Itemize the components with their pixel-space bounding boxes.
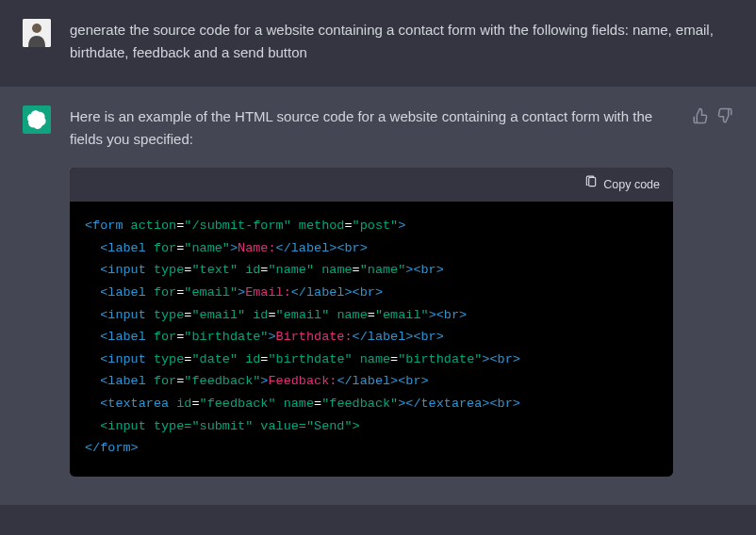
assistant-message-row: Here is an example of the HTML source co…	[0, 87, 756, 505]
thumbs-down-icon[interactable]	[716, 107, 733, 124]
copy-code-label: Copy code	[603, 175, 660, 194]
svg-point-1	[32, 24, 41, 33]
code-body[interactable]: <form action="/submit-form" method="post…	[70, 202, 673, 477]
user-message-row: generate the source code for a website c…	[0, 0, 756, 87]
code-block-header: Copy code	[70, 168, 673, 202]
assistant-avatar	[23, 105, 51, 134]
copy-code-button[interactable]: Copy code	[584, 175, 660, 194]
user-message-text: generate the source code for a website c…	[70, 19, 733, 64]
user-avatar	[23, 19, 51, 47]
svg-rect-2	[589, 177, 596, 186]
assistant-intro-text: Here is an example of the HTML source co…	[70, 105, 673, 151]
clipboard-icon	[584, 175, 598, 194]
code-block: Copy code <form action="/submit-form" me…	[70, 168, 673, 477]
message-actions	[692, 105, 733, 477]
thumbs-up-icon[interactable]	[692, 107, 709, 124]
